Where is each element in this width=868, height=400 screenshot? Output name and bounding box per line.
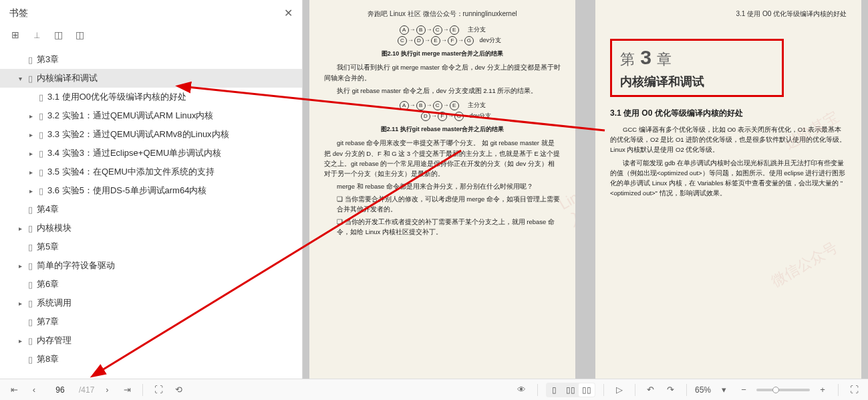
bottom-toolbar: ⇤ ‹ /417 › ⇥ ⛶ ⟲ 👁 ▯ ▯▯ ▯▯ ▷ ↶ ↷ 65% ▾ −… [0,379,868,400]
figure-caption: 图2.10 执行git merge master合并之后的结果 [324,49,561,58]
bookmark-label: 内核模块 [37,222,71,234]
bookmark-icon: ▯ [39,111,43,121]
page-header-right: 3.1 使用 O0 优化等级编译内核的好处 [610,9,847,19]
zoom-dropdown-icon[interactable]: ▾ [716,383,731,397]
chevron-icon[interactable]: ▸ [29,150,39,157]
chevron-icon[interactable]: ▾ [19,75,28,82]
bookmark-item[interactable]: ▸▯3.6 实验5：使用DS-5单步调试arm64内核 [0,181,302,200]
bookmark-label: 内核编译和调试 [37,72,98,84]
zoom-slider[interactable] [756,389,810,391]
new-bookmark-icon[interactable]: ⊞ [9,29,21,41]
bookmark-icon: ▯ [28,55,33,65]
expand-icon[interactable]: ⟂ [31,29,43,41]
bookmark-icon: ▯ [39,186,43,196]
chevron-icon[interactable]: ▸ [19,225,28,232]
bookmark-icon: ▯ [39,92,43,102]
bookmark-item[interactable]: ▸▯内存管理 [0,331,302,350]
zoom-in-icon[interactable]: + [815,383,830,397]
bookmark-item[interactable]: ▯第8章 [0,350,302,369]
zoom-out-icon[interactable]: − [736,383,751,397]
play-icon[interactable]: ▷ [612,383,627,397]
bookmark-item[interactable]: ▸▯3.4 实验3：通过Eclipse+QEMU单步调试内核 [0,144,302,163]
bookmark-item[interactable]: ▸▯3.3 实验2：通过QEMU调试ARMv8的Linux内核 [0,125,302,144]
page-total: /417 [79,385,94,395]
chevron-icon[interactable]: ▸ [29,112,39,120]
sidebar-header: 书签 ✕ [0,0,302,26]
chevron-icon[interactable]: ▸ [29,169,39,176]
chevron-icon[interactable]: ▸ [29,131,39,138]
bookmark-item[interactable]: ▯第6章 [0,275,302,294]
bookmark-label: 第3章 [37,54,59,66]
sidebar-title: 书签 [9,7,28,19]
page-number-input[interactable] [47,385,74,395]
page-header-left: 奔跑吧 Linux 社区 微信公众号：runninglinuxkernel [324,9,561,19]
bookmark-item[interactable]: ▸▯3.2 实验1：通过QEMU调试ARM Linux内核 [0,106,302,125]
pdf-viewport[interactable]: 奔跑吧 Linux 社区 微信公众号：runninglinuxkernel A→… [303,0,868,379]
bookmark-icon: ▯ [28,336,33,346]
pdf-page-right: 3.1 使用 O0 优化等级编译内核的好处 第 3 章 内核编译和调试 3.1 … [595,0,861,379]
bookmark-icon: ▯ [28,261,33,271]
bookmark-label: 系统调用 [37,297,71,309]
bookmark-ribbons-icon[interactable]: ◫ [74,29,86,41]
rotate-right-icon[interactable]: ↷ [664,383,678,397]
prev-page-icon[interactable]: ‹ [27,383,41,397]
read-mode-icon[interactable]: 👁 [515,383,529,397]
bookmark-label: 第6章 [37,278,59,290]
fullscreen-icon[interactable]: ⛶ [847,383,861,397]
bookmark-label: 3.1 使用O0优化等级编译内核的好处 [47,91,186,103]
bookmark-icon: ▯ [28,223,33,233]
close-icon[interactable]: ✕ [284,7,293,19]
bookmark-item[interactable]: ▸▯简单的字符设备驱动 [0,256,302,275]
watermark: 微信公众号 [768,237,841,292]
bookmark-label: 第8章 [37,353,59,365]
facing-icon[interactable]: ▯▯ [579,383,595,397]
bookmark-item[interactable]: ▸▯系统调用 [0,294,302,312]
bookmark-label: 3.2 实验1：通过QEMU调试ARM Linux内核 [47,110,214,122]
rotate-left-icon[interactable]: ↶ [643,383,658,397]
bookmark-icon: ▯ [28,280,33,290]
last-page-icon[interactable]: ⇥ [120,383,134,397]
bookmark-icon: ▯ [39,148,43,159]
chevron-icon[interactable]: ▸ [19,300,28,307]
continuous-icon[interactable]: ▯▯ [563,383,579,397]
bookmark-ribbon-icon[interactable]: ◫ [52,29,64,41]
bookmark-icon: ▯ [28,242,33,252]
bookmark-icon: ▯ [39,167,43,177]
bookmark-label: 简单的字符设备驱动 [37,260,115,272]
bookmark-label: 3.3 实验2：通过QEMU调试ARMv8的Linux内核 [47,128,229,140]
bookmark-icon: ▯ [28,298,33,308]
bookmark-label: 内存管理 [37,334,71,346]
single-page-icon[interactable]: ▯ [547,383,563,397]
bookmark-item[interactable]: ▯第3章 [0,50,302,69]
reflow-icon[interactable]: ⟲ [171,383,186,397]
view-mode-group: ▯ ▯▯ ▯▯ [546,383,595,397]
chevron-icon[interactable]: ▸ [29,187,39,195]
bookmark-item[interactable]: ▯第7章 [0,312,302,331]
fit-page-icon[interactable]: ⛶ [151,383,166,397]
chevron-icon[interactable]: ▸ [19,337,28,344]
zoom-level: 65% [695,385,711,395]
diagram-210: A→B→C→E 主分支 C→D→E→F→G dev分支 [324,24,561,45]
bookmark-item[interactable]: ▯3.1 使用O0优化等级编译内核的好处 [0,88,302,106]
bookmark-label: 3.5 实验4：在QEMU中添加文件系统的支持 [47,166,214,178]
bookmark-item[interactable]: ▸▯3.5 实验4：在QEMU中添加文件系统的支持 [0,163,302,181]
bookmark-item[interactable]: ▾▯内核编译和调试 [0,69,302,88]
first-page-icon[interactable]: ⇤ [7,383,21,397]
bookmark-item[interactable]: ▯第4章 [0,200,302,219]
next-page-icon[interactable]: › [100,383,114,397]
bookmark-item[interactable]: ▯第5章 [0,237,302,256]
chevron-icon[interactable]: ▸ [19,262,28,270]
bookmark-icon: ▯ [28,355,33,365]
bookmarks-sidebar: 书签 ✕ ⊞ ⟂ ◫ ◫ ▯第3章▾▯内核编译和调试▯3.1 使用O0优化等级编… [0,0,303,379]
bookmark-label: 第5章 [37,241,59,253]
sidebar-tools: ⊞ ⟂ ◫ ◫ [0,26,302,47]
bookmark-label: 3.6 实验5：使用DS-5单步调试arm64内核 [47,185,206,197]
bookmark-tree: ▯第3章▾▯内核编译和调试▯3.1 使用O0优化等级编译内核的好处▸▯3.2 实… [0,47,302,379]
bookmark-icon: ▯ [28,205,33,215]
bookmark-label: 第4章 [37,203,59,215]
chapter-heading-box: 第 3 章 内核编译和调试 [610,39,784,97]
bookmark-label: 3.4 实验3：通过Eclipse+QEMU单步调试内核 [47,147,221,159]
figure-caption: 图2.11 执行git rebase master合并之后的结果 [324,125,561,134]
bookmark-item[interactable]: ▸▯内核模块 [0,219,302,237]
bookmark-icon: ▯ [39,130,43,140]
